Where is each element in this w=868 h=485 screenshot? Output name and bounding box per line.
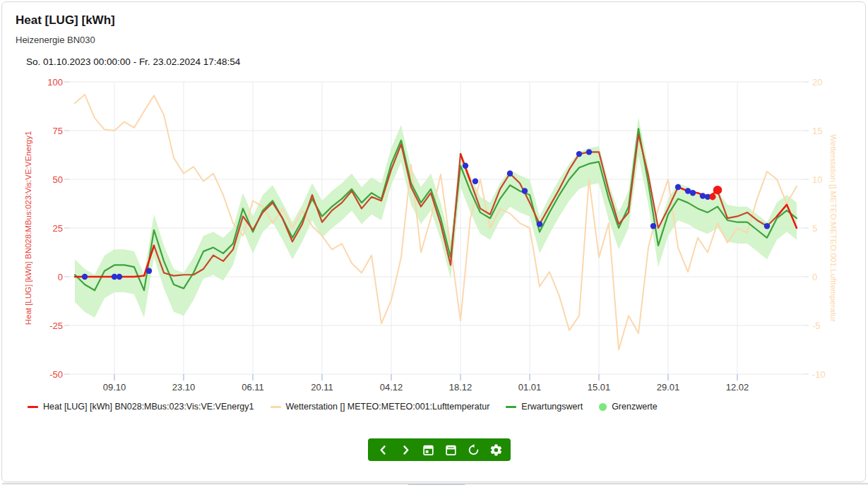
left-axis-tick: 75 [53, 126, 63, 136]
right-axis-tick: 5 [812, 223, 817, 234]
page-title: Heat [LUG] [kWh] [16, 13, 115, 28]
marker-blue[interactable] [472, 179, 478, 184]
marker-blue[interactable] [675, 184, 681, 190]
right-axis-title: Wetterstation [] METEO:METEO:001:Lufttem… [829, 134, 838, 322]
right-axis-tick: 15 [812, 126, 822, 136]
x-axis-tick: 06.11 [242, 382, 264, 393]
left-axis-tick: 100 [47, 77, 63, 88]
calendar-range-icon [444, 443, 458, 457]
calendar-day-icon [422, 443, 435, 457]
marker-blue[interactable] [690, 190, 696, 196]
legend: Heat [LUG] [kWh] BN028:MBus:023:Vis:VE:V… [28, 402, 658, 412]
legend-item[interactable]: Erwartungswert [506, 402, 583, 412]
marker-blue[interactable] [507, 171, 513, 176]
legend-dash-swatch [506, 406, 516, 408]
left-axis-title: Heat [LUG] [kWh] BN028:MBus:023:Vis:VE:V… [24, 131, 32, 325]
legend-item[interactable]: Wetterstation [] METEO:METEO:001:Lufttem… [270, 402, 490, 412]
chevron-left-icon [376, 443, 390, 457]
legend-label: Heat [LUG] [kWh] BN028:MBus:023:Vis:VE:V… [43, 402, 254, 412]
legend-label: Wetterstation [] METEO:METEO:001:Lufttem… [286, 402, 490, 412]
x-axis-tick: 23.10 [172, 382, 196, 393]
marker-blue[interactable] [82, 274, 88, 280]
left-axis-tick: 50 [53, 174, 63, 185]
x-axis-tick: 09.10 [103, 382, 126, 393]
marker-red[interactable] [713, 186, 722, 194]
x-axis-tick: 29.01 [657, 382, 680, 393]
previous-range-button[interactable] [372, 439, 393, 460]
marker-blue[interactable] [586, 149, 592, 155]
time-range-label: So. 01.10.2023 00:00:00 - Fr. 23.02.2024… [26, 56, 240, 67]
chart-card: Heat [LUG] [kWh] Heizenergie BN030 So. 0… [1, 1, 866, 482]
right-axis-tick: 0 [812, 272, 817, 282]
left-axis-tick: -50 [49, 369, 63, 380]
x-axis-tick: 01.01 [518, 382, 542, 393]
legend-label: Erwartungswert [521, 402, 583, 412]
chart-area[interactable]: 100207515501025500-25-5-50-1009.1023.100… [2, 73, 868, 405]
right-axis-tick: -5 [812, 321, 821, 331]
legend-dash-swatch [270, 406, 281, 408]
marker-blue[interactable] [146, 268, 152, 274]
marker-blue[interactable] [764, 223, 770, 229]
marker-blue[interactable] [522, 188, 528, 193]
left-axis-tick: 25 [53, 223, 63, 234]
right-axis-tick: 10 [812, 174, 822, 185]
marker-blue[interactable] [576, 151, 582, 157]
legend-item[interactable]: Heat [LUG] [kWh] BN028:MBus:023:Vis:VE:V… [28, 402, 254, 412]
next-range-button[interactable] [395, 439, 416, 460]
legend-label: Grenzwerte [612, 402, 658, 412]
x-axis-tick: 18.12 [449, 382, 472, 393]
left-axis-tick: -25 [49, 321, 63, 331]
marker-blue[interactable] [463, 162, 468, 168]
marker-red[interactable] [709, 193, 715, 200]
marker-blue[interactable] [700, 193, 706, 198]
refresh-button[interactable] [463, 439, 484, 460]
right-axis-tick: -10 [812, 369, 826, 380]
legend-item[interactable]: Grenzwerte [599, 402, 658, 412]
x-axis-tick: 15.01 [588, 382, 611, 393]
settings-button[interactable] [485, 439, 506, 460]
calendar-day-button[interactable] [417, 439, 439, 460]
x-axis-tick: 20.11 [311, 382, 333, 393]
legend-dash-swatch [28, 406, 38, 408]
chart-toolbar [368, 438, 511, 461]
left-axis-tick: 0 [58, 272, 63, 282]
page-subtitle: Heizenergie BN030 [16, 35, 95, 45]
marker-blue[interactable] [537, 221, 542, 227]
legend-dot-swatch [599, 403, 607, 411]
refresh-icon [467, 443, 480, 457]
right-axis-tick: 20 [812, 77, 822, 88]
marker-blue[interactable] [650, 223, 656, 229]
marker-blue[interactable] [117, 274, 122, 280]
chart-svg: 100207515501025500-25-5-50-1009.1023.100… [2, 73, 868, 405]
chevron-right-icon [399, 443, 412, 457]
calendar-range-button[interactable] [440, 439, 461, 460]
x-axis-tick: 04.12 [380, 382, 403, 393]
x-axis-tick: 12.02 [726, 382, 749, 393]
gear-icon [489, 443, 503, 457]
